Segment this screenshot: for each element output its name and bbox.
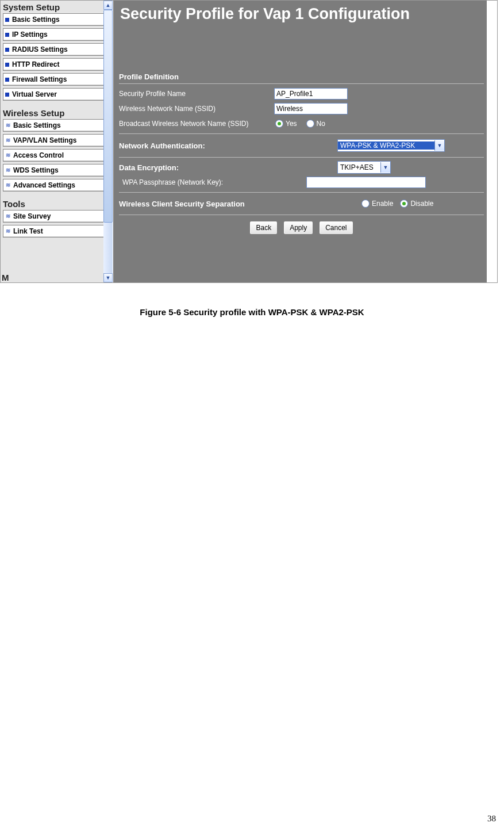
nav-label: Basic Settings: [12, 14, 60, 25]
wifi-icon: ≋: [5, 213, 11, 219]
wifi-icon: ≋: [5, 137, 11, 143]
select-network-auth[interactable]: WPA-PSK & WPA2-PSK ▼: [337, 139, 445, 152]
apply-button[interactable]: Apply: [283, 221, 313, 235]
sidebar-section-system: System Setup: [1, 1, 113, 13]
cancel-button[interactable]: Cancel: [319, 221, 353, 235]
nav-basic-settings[interactable]: Basic Settings: [3, 13, 110, 26]
sidebar-section-tools: Tools: [1, 197, 113, 210]
nav-virtual-server[interactable]: Virtual Server: [3, 88, 110, 101]
chevron-down-icon: ▼: [380, 162, 390, 173]
wifi-icon: ≋: [5, 123, 11, 128]
section-client-separation: Wireless Client Security Separation: [119, 200, 360, 208]
nav-label: HTTP Redirect: [12, 59, 59, 70]
page-number: 38: [487, 814, 496, 824]
sidebar-truncated-section: M: [2, 273, 9, 282]
nav-label: WDS Settings: [13, 164, 59, 176]
nav-label: Basic Settings: [13, 120, 61, 131]
nav-label: Firewall Settings: [12, 74, 67, 85]
scroll-up-icon[interactable]: ▲: [103, 1, 113, 10]
wifi-icon: ≋: [5, 182, 11, 188]
chevron-down-icon: ▼: [434, 140, 444, 151]
select-data-encryption[interactable]: TKIP+AES ▼: [337, 161, 391, 174]
divider: [119, 83, 484, 84]
section-data-encryption: Data Encryption:: [119, 163, 337, 172]
nav-http-redirect[interactable]: HTTP Redirect: [3, 58, 110, 71]
nav-w-vap[interactable]: ≋VAP/VLAN Settings: [3, 134, 110, 147]
input-profile-name[interactable]: [274, 88, 348, 100]
nav-label: Advanced Settings: [13, 179, 75, 191]
wifi-icon: ≋: [5, 167, 11, 173]
nav-label: RADIUS Settings: [12, 44, 68, 55]
select-value: TKIP+AES: [338, 163, 380, 171]
nav-w-basic[interactable]: ≋Basic Settings: [3, 119, 110, 132]
nav-w-access[interactable]: ≋Access Control: [3, 149, 110, 162]
back-button[interactable]: Back: [249, 221, 278, 235]
radio-label-enable: Enable: [372, 200, 393, 208]
nav-label: Access Control: [13, 150, 64, 161]
divider: [119, 157, 484, 158]
nav-ip-settings[interactable]: IP Settings: [3, 28, 110, 41]
square-bullet-icon: [5, 63, 9, 67]
square-bullet-icon: [5, 33, 9, 37]
label-broadcast-ssid: Broadcast Wireless Network Name (SSID): [119, 120, 274, 128]
scroll-thumb[interactable]: [103, 10, 113, 223]
sidebar: System Setup Basic Settings IP Settings …: [1, 1, 113, 282]
label-ssid: Wireless Network Name (SSID): [119, 105, 274, 113]
radio-sep-disable[interactable]: [400, 200, 408, 208]
radio-broadcast-no[interactable]: [306, 120, 314, 128]
nav-link-test[interactable]: ≋Link Test: [3, 225, 110, 238]
sidebar-section-wireless: Wireless Setup: [1, 106, 113, 119]
section-network-auth: Network Authentication:: [119, 141, 337, 150]
wifi-icon: ≋: [5, 152, 11, 158]
radio-label-no: No: [317, 120, 325, 128]
nav-label: VAP/VLAN Settings: [13, 135, 76, 146]
radio-sep-enable[interactable]: [361, 200, 370, 208]
square-bullet-icon: [5, 93, 9, 97]
label-profile-name: Security Profile Name: [119, 90, 274, 98]
section-profile-definition: Profile Definition: [119, 72, 484, 81]
nav-label: IP Settings: [12, 29, 48, 40]
square-bullet-icon: [5, 48, 9, 52]
divider: [119, 192, 484, 193]
content-pane: Security Profile for Vap 1 Configuration…: [113, 1, 487, 282]
square-bullet-icon: [5, 78, 9, 82]
screenshot-frame: System Setup Basic Settings IP Settings …: [0, 0, 498, 283]
label-passphrase: WPA Passphrase (Network Key):: [119, 178, 306, 186]
nav-w-wds[interactable]: ≋WDS Settings: [3, 164, 110, 177]
nav-site-survey[interactable]: ≋Site Survey: [3, 210, 110, 223]
sidebar-scrollbar[interactable]: ▲ ▼: [103, 1, 113, 282]
radio-label-disable: Disable: [410, 200, 433, 208]
figure-caption: Figure 5-6 Security profile with WPA-PSK…: [0, 307, 504, 317]
radio-label-yes: Yes: [286, 120, 297, 128]
nav-label: Virtual Server: [12, 89, 57, 100]
nav-radius-settings[interactable]: RADIUS Settings: [3, 43, 110, 56]
nav-label: Site Survey: [13, 211, 51, 222]
page-title: Security Profile for Vap 1 Configuration: [113, 1, 487, 30]
button-label: Apply: [290, 224, 307, 232]
select-value: WPA-PSK & WPA2-PSK: [338, 141, 434, 150]
square-bullet-icon: [5, 18, 9, 22]
divider: [119, 133, 484, 134]
input-passphrase[interactable]: [306, 177, 426, 188]
button-label: Cancel: [325, 224, 347, 232]
scroll-down-icon[interactable]: ▼: [103, 273, 113, 282]
radio-broadcast-yes[interactable]: [275, 120, 283, 128]
nav-w-advanced[interactable]: ≋Advanced Settings: [3, 179, 110, 192]
divider: [119, 215, 484, 215]
nav-label: Link Test: [13, 225, 43, 237]
wifi-icon: ≋: [5, 228, 11, 234]
input-ssid[interactable]: [274, 103, 348, 114]
nav-firewall-settings[interactable]: Firewall Settings: [3, 73, 110, 86]
button-label: Back: [256, 224, 271, 232]
